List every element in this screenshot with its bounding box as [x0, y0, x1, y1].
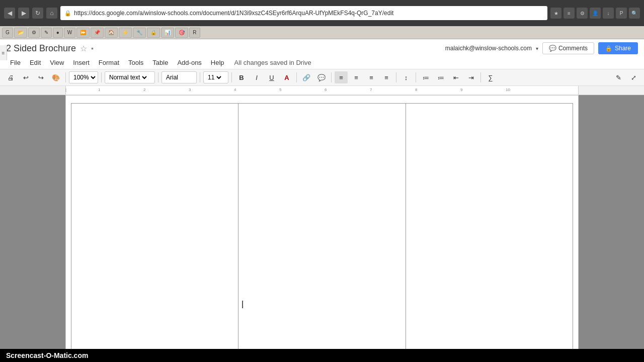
undo-button[interactable]: ↩: [19, 71, 32, 83]
menu-bar: File Edit View Insert Format Tools Table…: [6, 56, 638, 69]
menu-insert[interactable]: Insert: [69, 57, 94, 68]
menu-table[interactable]: Table: [148, 57, 172, 68]
sep7: [331, 72, 332, 82]
ruler-mark-5: 5: [279, 87, 281, 92]
ext-item-8[interactable]: 📌: [91, 28, 104, 38]
sep9: [416, 72, 416, 82]
zoom-select-input[interactable]: 100% 75% 50% 150%: [71, 73, 97, 81]
share-label: Share: [615, 45, 631, 52]
forward-button[interactable]: ▶: [18, 8, 29, 19]
sidebar-toggle[interactable]: ≡: [0, 45, 7, 60]
favorite-star-icon[interactable]: ☆: [80, 44, 87, 53]
ext-item-15[interactable]: R: [189, 28, 200, 38]
decrease-indent-button[interactable]: ⇤: [449, 71, 462, 83]
style-select-input[interactable]: Normal text Heading 1 Heading 2: [107, 73, 148, 81]
ruler-mark-2: 2: [143, 87, 145, 92]
menu-format[interactable]: Format: [95, 57, 123, 68]
text-color-button[interactable]: A: [280, 71, 293, 83]
ext-item-4[interactable]: ✎: [41, 28, 52, 38]
menu-file[interactable]: File: [6, 57, 25, 68]
menu-edit[interactable]: Edit: [26, 57, 45, 68]
align-left-button[interactable]: ≡: [335, 71, 348, 83]
download-icon[interactable]: ↓: [603, 8, 614, 19]
browser-chrome: ◀ ▶ ↻ ⌂ 🔒 https://docs.google.com/a/wins…: [0, 0, 644, 26]
font-size-selector[interactable]: 11 8 10 12 14: [203, 71, 228, 83]
formula-button[interactable]: ∑: [484, 71, 497, 83]
ext-item-1[interactable]: G: [2, 28, 13, 38]
ruler-mark-4: 4: [234, 87, 236, 92]
title-row: 2 Sided Brochure ☆ ▪ malaichk@winslow-sc…: [6, 42, 638, 54]
expand-button[interactable]: ⤢: [627, 71, 640, 83]
extra1-icon[interactable]: P: [616, 8, 627, 19]
print-button[interactable]: 🖨: [4, 71, 17, 83]
menu-help[interactable]: Help: [207, 57, 228, 68]
ruler-mark-8: 8: [415, 87, 417, 92]
table-cell-2[interactable]: [238, 104, 406, 351]
edit-mode-button[interactable]: ✎: [612, 71, 625, 83]
bookmark-star-icon[interactable]: ★: [550, 8, 561, 19]
right-margin: [579, 95, 644, 359]
menu-addons[interactable]: Add-ons: [173, 57, 205, 68]
redo-button[interactable]: ↪: [34, 71, 47, 83]
title-left: 2 Sided Brochure ☆ ▪: [6, 43, 94, 54]
extra2-icon[interactable]: 🔍: [629, 8, 640, 19]
ext-item-7[interactable]: ⏩: [76, 28, 90, 38]
align-right-button[interactable]: ≡: [365, 71, 378, 83]
align-justify-button[interactable]: ≡: [380, 71, 393, 83]
table-cell-3[interactable]: [406, 104, 573, 351]
ext-item-9[interactable]: 🏠: [105, 28, 118, 38]
home-button[interactable]: ⌂: [46, 8, 57, 19]
line-spacing-button[interactable]: ↕: [399, 71, 413, 83]
cursor-indicator: |: [242, 300, 244, 308]
document-page[interactable]: |: [65, 95, 579, 359]
user-icon[interactable]: 👤: [590, 8, 601, 19]
zoom-selector[interactable]: 100% 75% 50% 150%: [69, 71, 98, 83]
browser-action-buttons: ★ ≡ ⚙ 👤 ↓ P 🔍: [550, 8, 640, 19]
ext-item-5[interactable]: ●: [53, 28, 63, 38]
link-button[interactable]: 🔗: [300, 71, 313, 83]
comments-button[interactable]: 💬 Comments: [542, 42, 594, 54]
ext-item-2[interactable]: 📂: [14, 28, 27, 38]
ext-item-11[interactable]: 🔧: [133, 28, 146, 38]
menu-view[interactable]: View: [46, 57, 68, 68]
user-dropdown-icon[interactable]: ▾: [536, 46, 538, 51]
bold-button[interactable]: B: [235, 71, 248, 83]
ext-item-6[interactable]: W: [64, 28, 75, 38]
user-email: malaichk@winslow-schools.com: [445, 45, 532, 52]
ruler-mark-10: 10: [506, 87, 510, 92]
ext-item-13[interactable]: 📊: [161, 28, 174, 38]
share-button[interactable]: 🔒 Share: [598, 42, 638, 54]
align-center-button[interactable]: ≡: [350, 71, 363, 83]
folder-location-icon[interactable]: ▪: [91, 44, 94, 52]
sep6: [296, 72, 297, 82]
underline-button[interactable]: U: [265, 71, 278, 83]
document-title[interactable]: 2 Sided Brochure: [6, 43, 76, 54]
sep1: [65, 72, 66, 82]
font-selector[interactable]: Arial Times New Roman Verdana: [162, 71, 197, 83]
menu-tools[interactable]: Tools: [124, 57, 147, 68]
table-cell-1[interactable]: [71, 104, 238, 351]
extensions-icon[interactable]: ⚙: [577, 8, 588, 19]
size-select-input[interactable]: 11 8 10 12 14: [206, 73, 223, 81]
sep2: [101, 72, 102, 82]
back-button[interactable]: ◀: [4, 8, 15, 19]
ext-item-12[interactable]: 🔒: [147, 28, 160, 38]
text-style-selector[interactable]: Normal text Heading 1 Heading 2: [105, 71, 155, 83]
increase-indent-button[interactable]: ⇥: [464, 71, 477, 83]
url-text: https://docs.google.com/a/winslow-school…: [74, 10, 393, 17]
document-area[interactable]: |: [65, 95, 579, 359]
refresh-button[interactable]: ↻: [32, 8, 43, 19]
ordered-list-button[interactable]: ≔: [419, 71, 432, 83]
sep10: [480, 72, 481, 82]
sep8: [396, 72, 396, 82]
ext-item-10[interactable]: ⚡: [119, 28, 132, 38]
ext-item-14[interactable]: 🎯: [175, 28, 188, 38]
ext-item-3[interactable]: ⚙: [28, 28, 40, 38]
ruler-mark-0: |: [65, 87, 66, 92]
url-bar[interactable]: 🔒 https://docs.google.com/a/winslow-scho…: [60, 6, 547, 20]
italic-button[interactable]: I: [250, 71, 263, 83]
paint-format-button[interactable]: 🎨: [49, 71, 62, 83]
unordered-list-button[interactable]: ≔: [434, 71, 447, 83]
comment-button[interactable]: 💬: [315, 71, 328, 83]
browser-menu-icon[interactable]: ≡: [564, 8, 575, 19]
